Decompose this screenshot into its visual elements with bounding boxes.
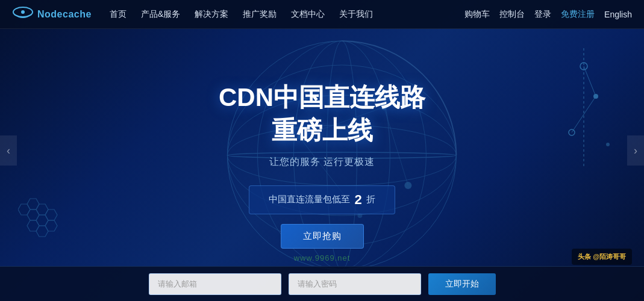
svg-point-31 [606, 143, 610, 146]
hero-subtitle: 让您的服务 运行更极速 [269, 156, 375, 169]
watermark-line1: 头条 @陌涛哥哥 [578, 252, 626, 261]
promo-banner: 中国直连流量包低至 2 折 [249, 185, 395, 214]
language-switch[interactable]: English [604, 10, 632, 19]
bottom-bar: 立即开始 [0, 266, 644, 301]
nav-link-products[interactable]: 产品&服务 [141, 9, 180, 20]
password-input[interactable] [289, 273, 421, 295]
cta-button[interactable]: 立即抢购 [281, 224, 364, 249]
logo-text: Nodecache [37, 9, 92, 20]
hero-prev-arrow[interactable]: ‹ [0, 135, 17, 166]
url-overlay: www.9969.net [294, 253, 351, 262]
logo[interactable]: Nodecache [12, 6, 92, 23]
nav-link-home[interactable]: 首页 [110, 9, 127, 20]
hero-section: ‹ CDN中国直连线路 重磅上线 让您的服务 运行更极速 中国直连流量包低至 2… [0, 0, 644, 301]
watermark: 头条 @陌涛哥哥 [572, 249, 632, 265]
navbar: Nodecache 首页 产品&服务 解决方案 推广奖励 文档中心 关于我们 购… [0, 0, 644, 29]
right-decoration [548, 48, 620, 169]
promo-text-after: 折 [366, 194, 375, 205]
email-input[interactable] [149, 273, 281, 295]
promo-text-before: 中国直连流量包低至 [269, 194, 350, 205]
start-button[interactable]: 立即开始 [428, 273, 496, 295]
hero-content: CDN中国直连线路 重磅上线 让您的服务 运行更极速 中国直连流量包低至 2 折… [219, 81, 425, 248]
logo-icon [12, 6, 34, 23]
nav-links: 首页 产品&服务 解决方案 推广奖励 文档中心 关于我们 [110, 9, 464, 20]
hero-next-arrow[interactable]: › [627, 135, 644, 166]
hex-pattern [18, 193, 90, 265]
login-link[interactable]: 登录 [534, 9, 551, 20]
promo-number: 2 [354, 192, 361, 208]
nav-link-solutions[interactable]: 解决方案 [195, 9, 228, 20]
hero-title: CDN中国直连线路 重磅上线 [219, 81, 425, 147]
console-link[interactable]: 控制台 [499, 9, 525, 20]
register-link[interactable]: 免费注册 [561, 9, 595, 20]
svg-line-32 [584, 66, 596, 96]
nav-link-referral[interactable]: 推广奖励 [243, 9, 277, 20]
nav-link-about[interactable]: 关于我们 [339, 9, 373, 20]
nav-link-docs[interactable]: 文档中心 [291, 9, 325, 20]
svg-point-1 [21, 10, 25, 14]
svg-marker-26 [36, 226, 48, 237]
nav-right: 购物车 控制台 登录 免费注册 English [464, 9, 632, 20]
svg-marker-23 [18, 204, 30, 215]
cart-link[interactable]: 购物车 [464, 9, 490, 20]
